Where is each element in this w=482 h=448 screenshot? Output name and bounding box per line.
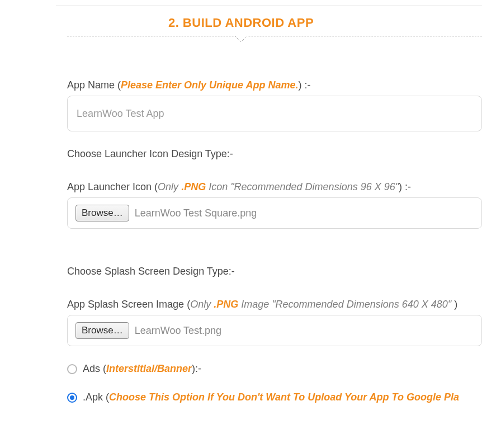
app-name-input[interactable]	[67, 96, 482, 131]
launcher-icon-label-prefix: App Launcher Icon (	[67, 181, 158, 192]
app-name-label: App Name (Please Enter Only Unique App N…	[67, 79, 482, 91]
apk-label: .Apk (Choose This Option If You Don't Wa…	[83, 392, 459, 403]
launcher-icon-png: .PNG	[181, 181, 206, 192]
section-title: 2. BUILD ANDROID APP	[163, 16, 319, 35]
app-name-label-suffix: ) :-	[298, 79, 310, 91]
launcher-type-label: Choose Launcher Icon Design Type:-	[67, 148, 482, 160]
ads-radio[interactable]	[67, 364, 77, 374]
splash-image-filename: LearnWoo Test.png	[135, 325, 221, 337]
splash-image-only: Only	[190, 299, 214, 310]
apk-option-row: .Apk (Choose This Option If You Don't Wa…	[67, 392, 482, 403]
app-name-label-prefix: App Name (	[67, 79, 121, 91]
build-form: App Name (Please Enter Only Unique App N…	[67, 79, 482, 403]
ads-label: Ads (Interstitial/Banner):-	[83, 363, 201, 375]
apk-radio[interactable]	[67, 393, 77, 403]
launcher-icon-browse-button[interactable]: Browse…	[75, 205, 129, 221]
ads-hint: Interstitial/Banner	[106, 363, 192, 374]
splash-image-rest: Image "Recommended Dimensions 640 X 480"	[238, 299, 454, 310]
apk-prefix: .Apk (	[83, 392, 109, 403]
launcher-icon-only: Only	[158, 181, 181, 192]
launcher-icon-label-suffix: ) :-	[399, 181, 411, 192]
ads-suffix: ):-	[192, 363, 201, 374]
splash-image-label-prefix: App Splash Screen Image (	[67, 299, 190, 310]
splash-image-browse-button[interactable]: Browse…	[75, 322, 129, 339]
apk-hint: Choose This Option If You Don't Want To …	[109, 392, 459, 403]
chevron-down-icon	[234, 35, 248, 43]
launcher-icon-file-field: Browse… LearnWoo Test Square.png	[67, 197, 482, 229]
ads-option-row: Ads (Interstitial/Banner):-	[67, 363, 482, 375]
app-name-hint: Please Enter Only Unique App Name.	[121, 79, 298, 91]
launcher-icon-filename: LearnWoo Test Square.png	[135, 208, 257, 219]
splash-image-label: App Splash Screen Image (Only .PNG Image…	[67, 299, 482, 310]
dashed-divider	[67, 36, 482, 36]
splash-type-label: Choose Splash Screen Design Type:-	[67, 266, 482, 277]
section-header: 2. BUILD ANDROID APP	[0, 16, 482, 35]
splash-image-file-field: Browse… LearnWoo Test.png	[67, 315, 482, 346]
ads-prefix: Ads (	[83, 363, 106, 374]
splash-image-label-suffix: )	[454, 299, 457, 310]
launcher-icon-label: App Launcher Icon (Only .PNG Icon "Recom…	[67, 181, 482, 193]
launcher-icon-rest: Icon "Recommended Dimensions 96 X 96"	[206, 181, 399, 192]
top-divider	[56, 6, 482, 6]
splash-image-png: .PNG	[214, 299, 238, 310]
